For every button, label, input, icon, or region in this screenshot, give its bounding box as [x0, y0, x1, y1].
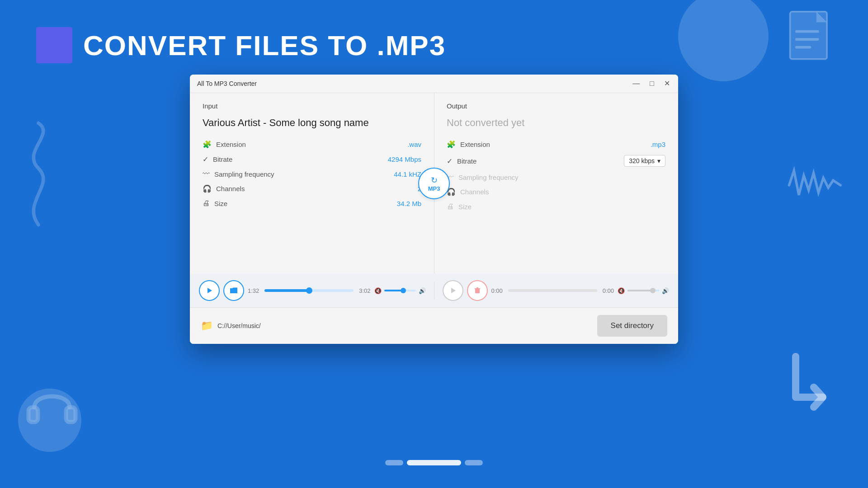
convert-button[interactable]: ↻ MP3 — [418, 168, 450, 199]
footer-path: 📁 C://User/music/ — [201, 320, 261, 332]
output-bitrate-label: Bitrate — [457, 157, 476, 165]
output-sampling-row: 〰 Sampling frequency — [447, 170, 665, 184]
convert-button-container: ↻ MP3 — [418, 168, 450, 199]
input-total-time: 3:02 — [359, 287, 370, 294]
input-bitrate-row: ✓ Bitrate 4294 Mbps — [203, 152, 421, 167]
progress-dot-3 — [465, 460, 483, 465]
input-extension-value: .wav — [407, 141, 421, 148]
check-icon-input-bitrate: ✓ — [203, 155, 208, 164]
output-delete-button[interactable] — [467, 280, 488, 301]
input-folder-button[interactable] — [223, 280, 244, 301]
output-channels-label: Channels — [460, 188, 489, 196]
input-sampling-label: Sampling frequency — [214, 170, 274, 178]
volume-icon-input: 🔊 — [419, 287, 426, 294]
window-controls: — □ ✕ — [632, 80, 671, 87]
bg-headphones-icon — [23, 375, 81, 434]
printer-icon-output: 🖨 — [447, 202, 454, 211]
bg-arrow-decoration — [787, 352, 832, 420]
output-panel: Output Not converted yet 🧩 Extension .mp… — [434, 93, 678, 274]
svg-rect-10 — [475, 288, 480, 289]
bg-wave-right — [787, 158, 845, 212]
input-size-value: 34.2 Mb — [397, 200, 421, 207]
song-title: Various Artist - Some long song name — [203, 117, 421, 129]
svg-marker-8 — [451, 288, 456, 293]
title-bar: All To MP3 Converter — □ ✕ — [190, 75, 678, 93]
play-icon-input — [206, 287, 213, 294]
puzzle-icon-input: 🧩 — [203, 140, 212, 149]
output-size-row: 🖨 Size — [447, 199, 665, 214]
bitrate-dropdown[interactable]: 320 kbps ▾ — [624, 155, 665, 167]
puzzle-icon-output: 🧩 — [447, 140, 456, 149]
footer-bar: 📁 C://User/music/ Set directory — [190, 307, 678, 344]
output-size-label: Size — [458, 203, 472, 211]
output-sampling-label: Sampling frequency — [458, 174, 519, 181]
input-volume-thumb[interactable] — [401, 288, 406, 293]
headphone-icon-input: 🎧 — [203, 184, 212, 193]
input-play-button[interactable] — [199, 280, 220, 301]
svg-rect-6 — [66, 408, 75, 422]
output-player: 0:00 0:00 🔇 🔊 — [443, 280, 670, 301]
check-icon-output-bitrate: ✓ — [447, 157, 453, 165]
input-sampling-row: 〰 Sampling frequency 44.1 kHZ — [203, 167, 421, 181]
output-extension-label: Extension — [460, 141, 490, 148]
chevron-down-icon: ▾ — [657, 157, 660, 164]
input-progress-track[interactable] — [264, 289, 354, 292]
output-bitrate-row: ✓ Bitrate 320 kbps ▾ — [447, 152, 665, 170]
svg-rect-5 — [28, 408, 38, 422]
output-play-button — [443, 280, 463, 301]
input-volume-track[interactable] — [384, 290, 416, 291]
input-volume-control: 🔇 🔊 — [374, 287, 426, 294]
svg-rect-2 — [795, 30, 819, 33]
input-track-thumb[interactable] — [306, 287, 312, 294]
input-label: Input — [203, 102, 421, 110]
close-button[interactable]: ✕ — [663, 80, 671, 87]
input-current-time: 1:32 — [248, 287, 259, 294]
bitrate-selected-value: 320 kbps — [629, 157, 655, 164]
window-title: All To MP3 Converter — [197, 80, 257, 87]
folder-icon-input — [230, 287, 238, 294]
footer-path-text: C://User/music/ — [217, 322, 261, 329]
svg-rect-3 — [795, 38, 819, 41]
input-bitrate-label: Bitrate — [213, 155, 232, 163]
output-volume-track[interactable] — [627, 290, 659, 291]
input-player: 1:32 3:02 🔇 🔊 — [199, 280, 426, 301]
input-channels-row: 🎧 Channels 2 — [203, 181, 421, 196]
volume-icon-output: 🔊 — [662, 287, 669, 294]
app-window: All To MP3 Converter — □ ✕ ↻ MP3 Input V… — [190, 75, 678, 344]
input-bitrate-value: 4294 Mbps — [388, 155, 421, 163]
minimize-button[interactable]: — — [632, 80, 641, 87]
mute-icon-input: 🔇 — [374, 287, 382, 294]
convert-arrows-icon: ↻ — [431, 175, 438, 185]
input-panel: Input Various Artist - Some long song na… — [190, 93, 434, 274]
set-directory-button[interactable]: Set directory — [597, 315, 667, 337]
mute-icon-output: 🔇 — [618, 287, 625, 294]
app-content: ↻ MP3 Input Various Artist - Some long s… — [190, 93, 678, 274]
input-sampling-value: 44.1 kHZ — [394, 170, 421, 178]
player-bar: 1:32 3:02 🔇 🔊 — [190, 274, 678, 307]
footer-folder-icon: 📁 — [201, 320, 213, 332]
convert-mp3-label: MP3 — [428, 185, 440, 192]
page-header: CONVERT FILES TO .MP3 — [36, 27, 446, 63]
maximize-button[interactable]: □ — [649, 80, 655, 87]
output-channels-row: 🎧 Channels — [447, 184, 665, 199]
wave-icon-input: 〰 — [203, 170, 210, 178]
header-square-icon — [36, 27, 72, 63]
page-title: CONVERT FILES TO .MP3 — [83, 29, 446, 61]
output-label: Output — [447, 102, 665, 110]
output-extension-value: .mp3 — [651, 141, 665, 148]
input-size-row: 🖨 Size 34.2 Mb — [203, 196, 421, 211]
bg-file-icon — [787, 9, 841, 72]
player-bar-divider — [434, 282, 434, 300]
input-extension-label: Extension — [216, 141, 246, 148]
printer-icon-input: 🖨 — [203, 199, 210, 207]
output-status: Not converted yet — [447, 117, 665, 129]
play-icon-output — [449, 287, 457, 294]
svg-rect-4 — [795, 46, 811, 49]
input-extension-row: 🧩 Extension .wav — [203, 137, 421, 152]
bg-squiggle-left — [9, 117, 68, 230]
svg-rect-9 — [475, 289, 480, 293]
output-progress-track[interactable] — [508, 289, 597, 292]
input-channels-label: Channels — [216, 185, 245, 192]
output-volume-thumb[interactable] — [650, 288, 656, 293]
input-size-label: Size — [214, 200, 227, 207]
